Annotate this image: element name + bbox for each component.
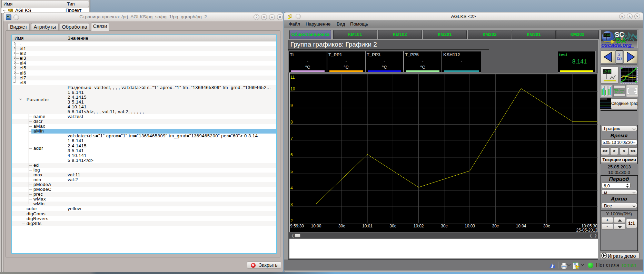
svg-text:10:02: 10:02 <box>413 224 424 228</box>
svg-text:4: 4 <box>290 186 293 190</box>
svg-text:9:59:30: 9:59:30 <box>290 224 304 228</box>
svg-text:10:03: 10:03 <box>465 224 475 228</box>
svg-text:10.95: 10.95 <box>603 70 611 73</box>
svg-text:10.95: 10.95 <box>604 34 610 37</box>
svg-text:30с: 30с <box>543 224 550 228</box>
svg-text:10: 10 <box>290 87 295 91</box>
svg-text:6: 6 <box>290 153 293 157</box>
svg-text:7: 7 <box>290 136 293 141</box>
svg-text:30с: 30с <box>441 224 447 228</box>
svg-text:10:01: 10:01 <box>362 224 373 228</box>
svg-text:8: 8 <box>290 120 293 125</box>
svg-text:2: 2 <box>290 218 293 223</box>
svg-text:3: 3 <box>290 202 293 207</box>
svg-text:30с: 30с <box>390 224 396 228</box>
svg-text:11: 11 <box>290 75 295 80</box>
svg-text:10:00: 10:00 <box>311 224 321 228</box>
svg-text:30с: 30с <box>338 224 345 228</box>
svg-text:5: 5 <box>290 169 293 174</box>
svg-text:30с: 30с <box>492 224 499 228</box>
svg-text:oscada.org: oscada.org <box>601 42 632 48</box>
svg-text:9: 9 <box>290 103 293 108</box>
svg-text:25-05-2013: 25-05-2013 <box>576 228 598 233</box>
svg-text:10:04: 10:04 <box>516 224 526 228</box>
